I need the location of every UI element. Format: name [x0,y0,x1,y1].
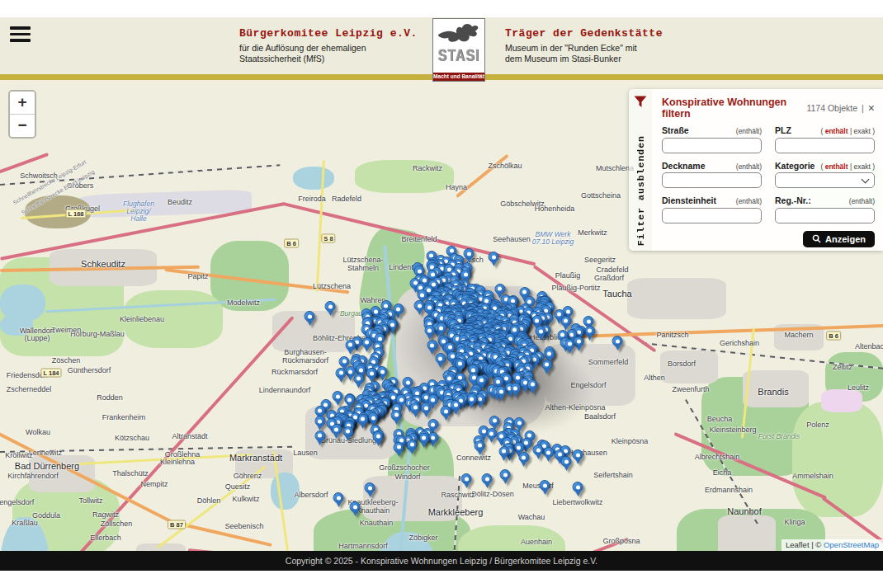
map-marker[interactable] [496,386,507,397]
filter-input-stra-e[interactable] [662,138,762,153]
map-label: Günthersdorf [68,366,111,374]
map-marker[interactable] [410,402,421,413]
map-marker[interactable] [531,315,542,326]
map-marker[interactable] [373,431,384,442]
map-marker[interactable] [345,340,356,350]
map-marker[interactable] [366,368,377,379]
map-marker[interactable] [464,248,475,259]
map-marker[interactable] [407,440,418,450]
filter-input-deckname[interactable] [662,172,762,188]
map-marker[interactable] [451,400,461,411]
map-marker[interactable] [518,452,529,463]
field-label-diensteinheit: Diensteinheit [662,195,716,205]
map-marker[interactable] [305,311,315,322]
map-marker[interactable] [336,368,347,379]
map-marker[interactable] [342,426,353,437]
map-marker[interactable] [436,322,446,333]
map-marker[interactable] [403,377,413,388]
anzeigen-button[interactable]: Anzeigen [803,231,875,247]
filter-field-plz: PLZ( enthält | exakt ) [775,125,875,153]
zoom-in-button[interactable]: + [10,92,35,115]
map-marker[interactable] [353,374,364,384]
map-marker[interactable] [325,301,336,312]
map-label: Seegeritz [584,256,616,264]
map-marker[interactable] [564,339,575,350]
attribution-text: Leaflet | © [786,540,824,549]
filter-hide-label: Filter ausblenden [635,135,646,246]
map-marker[interactable] [394,442,404,453]
map-marker[interactable] [333,391,343,402]
map-marker[interactable] [377,366,388,377]
map-marker[interactable] [574,336,584,347]
map-label: Dölitz-Dösen [471,490,514,498]
map-marker[interactable] [514,417,525,428]
map-marker[interactable] [391,410,402,421]
map-marker[interactable] [489,252,499,262]
map-marker[interactable] [482,473,493,484]
map-marker[interactable] [560,316,571,327]
map-marker[interactable] [314,416,325,426]
map-marker[interactable] [573,482,583,492]
close-icon[interactable]: × [868,103,875,113]
map-marker[interactable] [368,412,379,423]
map-marker[interactable] [427,340,437,350]
map-marker[interactable] [494,284,505,294]
map-marker[interactable] [573,449,583,460]
map-marker[interactable] [533,445,544,455]
map-marker[interactable] [357,414,368,425]
map-marker[interactable] [541,360,552,370]
map-marker[interactable] [527,379,538,390]
map-marker[interactable] [365,482,375,493]
field-label-kategorie: Kategorie [775,161,815,171]
filter-input-plz[interactable] [775,138,875,153]
map-marker[interactable] [418,433,429,444]
map-marker[interactable] [414,300,425,311]
map-marker[interactable] [460,270,471,280]
map-marker[interactable] [612,336,623,346]
map-marker[interactable] [543,447,554,458]
map-label: Merkwitz [578,228,607,237]
map-marker[interactable] [424,325,435,336]
map-label: Auenhain [521,538,552,546]
map-marker[interactable] [461,473,472,484]
map-canvas[interactable]: SchwoitschGröbersGroßkugelBeuditzFreirod… [0,80,883,551]
map-marker[interactable] [435,353,446,364]
map-marker[interactable] [510,383,521,393]
map-marker[interactable] [361,337,372,348]
filter-input-diensteinheit[interactable] [662,208,762,223]
map-marker[interactable] [489,416,500,426]
map-marker[interactable] [331,424,342,435]
map-label: Wolkau [26,428,50,436]
map-marker[interactable] [314,430,325,441]
map-marker[interactable] [344,394,355,405]
map-marker[interactable] [498,446,509,457]
map-marker[interactable] [441,406,451,416]
map-marker[interactable] [536,326,546,336]
map-marker[interactable] [314,406,325,416]
filter-hide-strip[interactable]: Filter ausblenden [629,89,652,251]
map-marker[interactable] [475,440,485,451]
zoom-out-button[interactable]: − [10,115,35,137]
map-marker[interactable] [350,501,361,512]
filter-select-kategorie[interactable] [775,172,875,188]
map-label: Albersdorf [294,491,328,499]
map-label: Altenbach [855,342,883,350]
map-label: Zschölkau [488,162,522,170]
map-marker[interactable] [500,469,511,480]
menu-hamburger-icon[interactable] [10,26,31,43]
map-label: Kraßlau [12,519,38,527]
museum-subtitle-1: Museum in der "Runden Ecke" mit [505,43,663,54]
filter-input-reg-nr[interactable] [775,208,875,223]
map-marker[interactable] [466,393,477,404]
map-marker[interactable] [421,402,432,413]
map-marker[interactable] [540,480,550,491]
field-label-plz: PLZ [775,125,791,135]
field-hint-deckname: (enthält) [736,162,762,171]
map-marker[interactable] [561,456,572,467]
map-marker[interactable] [339,356,350,367]
openstreetmap-link[interactable]: OpenStreetMap [824,540,879,549]
map-marker[interactable] [333,492,344,503]
map-marker[interactable] [584,326,595,336]
map-marker[interactable] [544,349,555,360]
field-hint-plz: ( enthält | exakt ) [820,127,875,135]
